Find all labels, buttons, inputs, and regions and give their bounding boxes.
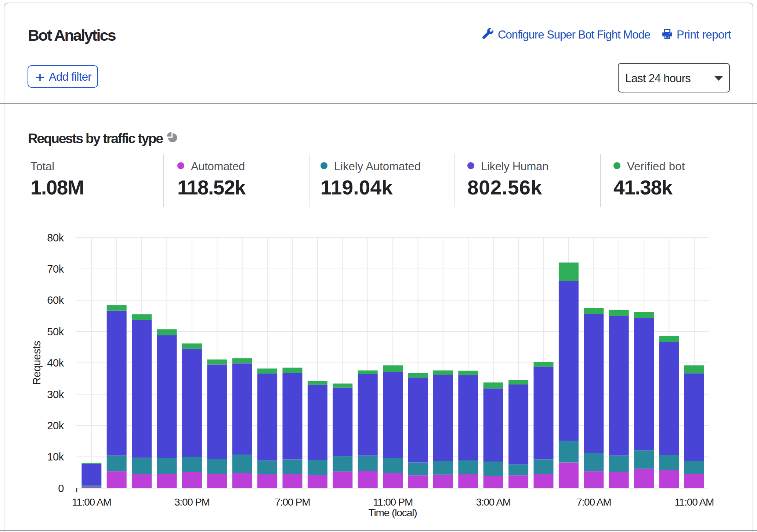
svg-text:11:00 AM: 11:00 AM: [72, 496, 111, 508]
svg-text:3:00 AM: 3:00 AM: [476, 496, 511, 508]
svg-text:7:00 AM: 7:00 AM: [576, 496, 611, 508]
svg-text:10k: 10k: [47, 451, 64, 463]
svg-text:Time (local): Time (local): [369, 507, 417, 518]
svg-text:70k: 70k: [47, 263, 64, 275]
svg-text:60k: 60k: [47, 294, 64, 306]
svg-text:7:00 PM: 7:00 PM: [275, 496, 310, 508]
svg-text:50k: 50k: [47, 326, 64, 338]
svg-text:0: 0: [58, 482, 64, 494]
svg-text:80k: 80k: [47, 232, 64, 244]
svg-text:Requests: Requests: [31, 341, 43, 385]
svg-text:30k: 30k: [47, 389, 64, 400]
svg-text:11:00 AM: 11:00 AM: [675, 496, 714, 508]
svg-text:11:00 PM: 11:00 PM: [373, 496, 413, 508]
svg-text:40k: 40k: [47, 357, 64, 369]
svg-text:20k: 20k: [47, 420, 64, 431]
svg-text:3:00 PM: 3:00 PM: [174, 496, 210, 508]
